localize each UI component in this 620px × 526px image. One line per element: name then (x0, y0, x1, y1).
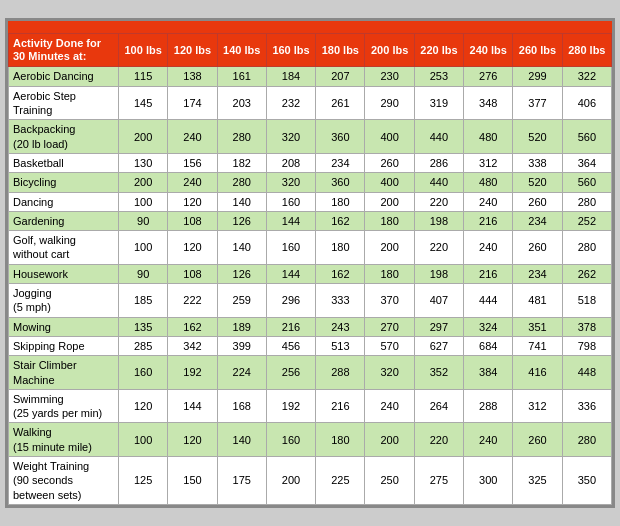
value-cell: 162 (316, 211, 365, 230)
value-cell: 180 (365, 211, 414, 230)
value-cell: 360 (316, 173, 365, 192)
value-cell: 262 (562, 264, 611, 283)
value-cell: 198 (414, 211, 463, 230)
value-cell: 145 (119, 86, 168, 120)
value-cell: 320 (266, 120, 315, 154)
value-cell: 230 (365, 67, 414, 86)
value-cell: 253 (414, 67, 463, 86)
activity-cell-1: Aerobic Step Training (9, 86, 119, 120)
header-weight-4: 180 lbs (316, 34, 365, 67)
value-cell: 168 (217, 389, 266, 423)
value-cell: 120 (119, 389, 168, 423)
header-weight-8: 260 lbs (513, 34, 562, 67)
value-cell: 180 (316, 192, 365, 211)
value-cell: 741 (513, 336, 562, 355)
value-cell: 260 (513, 231, 562, 265)
value-cell: 207 (316, 67, 365, 86)
value-cell: 252 (562, 211, 611, 230)
activity-cell-11: Skipping Rope (9, 336, 119, 355)
value-cell: 260 (513, 192, 562, 211)
activity-cell-7: Golf, walkingwithout cart (9, 231, 119, 265)
value-cell: 352 (414, 356, 463, 390)
value-cell: 198 (414, 264, 463, 283)
value-cell: 220 (414, 231, 463, 265)
table-row: Housework90108126144162180198216234262 (9, 264, 612, 283)
value-cell: 342 (168, 336, 217, 355)
value-cell: 400 (365, 173, 414, 192)
value-cell: 370 (365, 284, 414, 318)
value-cell: 261 (316, 86, 365, 120)
value-cell: 180 (316, 423, 365, 457)
value-cell: 184 (266, 67, 315, 86)
value-cell: 480 (464, 173, 513, 192)
value-cell: 456 (266, 336, 315, 355)
value-cell: 256 (266, 356, 315, 390)
value-cell: 444 (464, 284, 513, 318)
value-cell: 138 (168, 67, 217, 86)
value-cell: 100 (119, 231, 168, 265)
value-cell: 150 (168, 457, 217, 505)
value-cell: 312 (464, 153, 513, 172)
value-cell: 175 (217, 457, 266, 505)
value-cell: 160 (266, 423, 315, 457)
header-weight-0: 100 lbs (119, 34, 168, 67)
table-row: Backpacking(20 lb load)20024028032036040… (9, 120, 612, 154)
value-cell: 333 (316, 284, 365, 318)
value-cell: 627 (414, 336, 463, 355)
value-cell: 160 (266, 231, 315, 265)
value-cell: 407 (414, 284, 463, 318)
value-cell: 130 (119, 153, 168, 172)
value-cell: 364 (562, 153, 611, 172)
activity-cell-3: Basketball (9, 153, 119, 172)
value-cell: 560 (562, 173, 611, 192)
table-title (8, 21, 612, 33)
value-cell: 270 (365, 317, 414, 336)
calories-table: Activity Done for 30 Minutes at:100 lbs1… (8, 33, 612, 505)
value-cell: 312 (513, 389, 562, 423)
table-row: Skipping Rope285342399456513570627684741… (9, 336, 612, 355)
table-row: Walking(15 minute mile)10012014016018020… (9, 423, 612, 457)
value-cell: 140 (217, 423, 266, 457)
value-cell: 234 (316, 153, 365, 172)
value-cell: 243 (316, 317, 365, 336)
value-cell: 299 (513, 67, 562, 86)
value-cell: 250 (365, 457, 414, 505)
value-cell: 320 (266, 173, 315, 192)
table-row: Swimming(25 yards per min)12014416819221… (9, 389, 612, 423)
table-row: Jogging(5 mph)18522225929633337040744448… (9, 284, 612, 318)
activity-cell-15: Weight Training(90 secondsbetween sets) (9, 457, 119, 505)
table-row: Mowing135162189216243270297324351378 (9, 317, 612, 336)
value-cell: 324 (464, 317, 513, 336)
activity-cell-10: Mowing (9, 317, 119, 336)
value-cell: 288 (316, 356, 365, 390)
value-cell: 513 (316, 336, 365, 355)
value-cell: 90 (119, 264, 168, 283)
value-cell: 160 (119, 356, 168, 390)
value-cell: 200 (365, 231, 414, 265)
table-row: Golf, walkingwithout cart100120140160180… (9, 231, 612, 265)
value-cell: 220 (414, 423, 463, 457)
value-cell: 240 (464, 231, 513, 265)
value-cell: 399 (217, 336, 266, 355)
value-cell: 126 (217, 211, 266, 230)
value-cell: 234 (513, 211, 562, 230)
value-cell: 162 (316, 264, 365, 283)
activity-cell-12: Stair ClimberMachine (9, 356, 119, 390)
value-cell: 560 (562, 120, 611, 154)
value-cell: 440 (414, 173, 463, 192)
value-cell: 288 (464, 389, 513, 423)
header-weight-3: 160 lbs (266, 34, 315, 67)
table-row: Gardening90108126144162180198216234252 (9, 211, 612, 230)
value-cell: 200 (365, 423, 414, 457)
value-cell: 481 (513, 284, 562, 318)
activity-cell-9: Jogging(5 mph) (9, 284, 119, 318)
value-cell: 240 (168, 120, 217, 154)
activity-cell-8: Housework (9, 264, 119, 283)
value-cell: 570 (365, 336, 414, 355)
value-cell: 336 (562, 389, 611, 423)
header-weight-9: 280 lbs (562, 34, 611, 67)
header-activity: Activity Done for 30 Minutes at: (9, 34, 119, 67)
value-cell: 144 (266, 211, 315, 230)
value-cell: 126 (217, 264, 266, 283)
value-cell: 200 (365, 192, 414, 211)
